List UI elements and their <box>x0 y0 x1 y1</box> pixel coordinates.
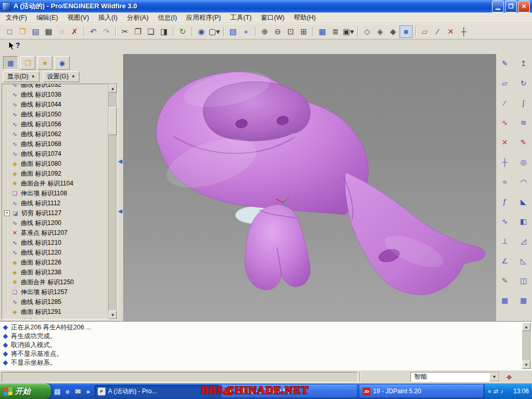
spin-center-button[interactable]: + <box>240 25 252 38</box>
shaded-display-button[interactable]: ■ <box>400 25 413 38</box>
tree-item[interactable]: + ∿ 曲线 标识1068 <box>3 139 109 149</box>
datum-curve-tool[interactable]: ∿ <box>498 116 512 129</box>
chevron-down-icon[interactable]: ▼ <box>489 373 499 381</box>
scroll-up-icon[interactable]: ▲ <box>109 84 117 92</box>
task-proe[interactable]: P A (活动的) - Pro... <box>95 385 219 397</box>
menu-item[interactable]: 编辑(E) <box>32 12 63 23</box>
new-file-button[interactable]: □ <box>3 25 16 38</box>
copy-button[interactable]: ❐ <box>131 25 144 38</box>
print-button[interactable]: ▦ <box>42 25 55 38</box>
start-button[interactable]: 开始 <box>0 383 51 399</box>
restore-button[interactable]: ❐ <box>505 1 517 12</box>
refit-button[interactable]: ⊡ <box>284 25 297 38</box>
expand-icon[interactable]: + <box>4 210 10 216</box>
regenerate-button[interactable]: ↻ <box>176 25 189 38</box>
open-file-button[interactable]: ❒ <box>16 25 29 38</box>
zoom-out-button[interactable]: ⊖ <box>271 25 284 38</box>
sketch-tool[interactable]: ✎ <box>498 57 512 70</box>
model-3d[interactable] <box>123 54 496 321</box>
close-button[interactable]: ✕ <box>518 1 530 12</box>
datum-axis-tool[interactable]: ∕ <box>498 97 512 109</box>
scroll-down-icon[interactable]: ▼ <box>109 311 117 319</box>
tree-item[interactable]: + ∿ 曲线 标识1032 <box>3 84 109 90</box>
undo-button[interactable]: ↶ <box>87 25 100 38</box>
menu-item[interactable]: 工具(T) <box>225 12 256 23</box>
datum-point-tool[interactable]: ✕ <box>498 136 512 149</box>
scroll-up-icon[interactable]: ▲ <box>522 323 530 331</box>
view-manager-button[interactable]: ▦ <box>316 25 329 38</box>
tree-item[interactable]: + ∿ 曲线 标识1112 <box>3 198 109 208</box>
tree-item[interactable]: + ◪ 切剪 标识1127 <box>3 208 109 218</box>
coordinate-system-tool[interactable]: ┼ <box>498 156 512 168</box>
shell-tool[interactable]: ◧ <box>517 215 530 228</box>
volume-icon[interactable]: ♪ <box>500 388 503 395</box>
layer-manager-button[interactable]: ≣ <box>329 25 342 38</box>
rib-tool[interactable]: ◺ <box>517 255 530 267</box>
datum-axis-toggle[interactable]: ∕ <box>431 25 444 38</box>
datum-point-toggle[interactable]: ✕ <box>444 25 457 38</box>
draft-tool[interactable]: ◿ <box>517 235 530 247</box>
style-tool[interactable]: ✎ <box>517 136 530 149</box>
menu-item[interactable]: 应用程序(P) <box>182 12 226 23</box>
menu-item[interactable]: 文件(F) <box>1 12 32 23</box>
tree-item[interactable]: + ◈ 曲面 标识1238 <box>3 268 109 277</box>
tray-collapse-icon[interactable]: « <box>488 388 491 395</box>
scroll-down-icon[interactable]: ▼ <box>522 361 530 369</box>
tree-item[interactable]: + ❏ 伸出项 标识1257 <box>3 287 109 297</box>
selection-filter-combo[interactable]: 智能 ▼ <box>410 372 500 382</box>
zoom-in-button[interactable]: ⊕ <box>258 25 271 38</box>
minimize-button[interactable]: ▁ <box>492 1 504 12</box>
menu-item[interactable]: 信息(I) <box>153 12 182 23</box>
graphics-area[interactable] <box>123 54 496 321</box>
select-filter-button[interactable]: ▢▾ <box>208 25 221 38</box>
round-tool[interactable]: ◠ <box>517 176 530 188</box>
folder-browser-tab[interactable]: ❒ <box>20 56 35 70</box>
menu-item[interactable]: 视图(V) <box>63 12 94 23</box>
model-tree-tab[interactable]: ▦ <box>3 56 18 70</box>
tree-item[interactable]: + ∿ 曲线 标识1210 <box>3 238 109 248</box>
delete-button[interactable]: ✗ <box>68 25 81 38</box>
blend-tool[interactable]: ≋ <box>517 116 530 129</box>
menu-item[interactable]: 窗口(W) <box>256 12 289 23</box>
find-button[interactable]: ◉ <box>195 25 208 38</box>
collapse-left-icon[interactable]: ◀ <box>118 158 122 165</box>
reference-tool[interactable]: ⊥ <box>498 235 512 247</box>
task-jdpaint-19[interactable]: JD 19 - JDPaint 5.20 <box>360 385 483 397</box>
tree-item[interactable]: + ∿ 曲线 标识1044 <box>3 100 109 110</box>
menu-item[interactable]: 插入(I) <box>94 12 122 23</box>
history-tab[interactable]: ◉ <box>55 56 70 70</box>
mail-icon[interactable]: ✉ <box>74 388 83 395</box>
tree-item[interactable]: + ∿ 曲线 标识1220 <box>3 248 109 258</box>
tree-item[interactable]: + ∿ 曲线 标识1200 <box>3 218 109 228</box>
message-scrollbar[interactable]: ▲ ▼ <box>522 323 531 369</box>
tree-item[interactable]: + ∿ 曲线 标识1062 <box>3 129 109 139</box>
cut-button[interactable]: ✂ <box>118 25 131 38</box>
tree-item[interactable]: + ∿ 曲线 标识1038 <box>3 90 109 100</box>
point-array-tool[interactable]: ≈ <box>498 176 512 188</box>
analysis-tool[interactable]: ∠ <box>498 255 512 267</box>
chamfer-tool[interactable]: ◣ <box>517 195 530 208</box>
find-tool-icon[interactable]: ❖ <box>503 373 515 382</box>
quicklaunch-overflow-icon[interactable]: » <box>84 388 92 395</box>
repaint-button[interactable]: ▧ <box>227 25 240 38</box>
tree-item[interactable]: + ✕ 基准点 标识1325 <box>3 317 109 320</box>
no-hidden-display-button[interactable]: ◆ <box>387 25 400 38</box>
settings-dropdown-button[interactable]: 设置(G) ▼ <box>43 71 79 82</box>
save-button[interactable]: ▤ <box>29 25 42 38</box>
graph-tool[interactable]: ∿ <box>498 215 512 228</box>
tree-item[interactable]: + ◈ 曲面 标识1226 <box>3 258 109 268</box>
tree-item[interactable]: + ∿ 曲线 标识1074 <box>3 149 109 159</box>
tree-item[interactable]: + ∿ 曲线 标识1050 <box>3 110 109 119</box>
tree-item[interactable]: + ∿ 曲线 标识1056 <box>3 119 109 129</box>
collapse-left-icon[interactable]: ◀ <box>118 208 122 215</box>
saved-views-button[interactable]: ▣▾ <box>342 25 355 38</box>
tree-scrollbar[interactable]: ▲ ▼ <box>108 84 117 319</box>
hidden-line-display-button[interactable]: ◈ <box>374 25 387 38</box>
curve-from-equation-tool[interactable]: ƒ <box>498 195 512 208</box>
extrude-tool[interactable]: ↥ <box>517 57 530 70</box>
network-icon[interactable]: ⇄ <box>494 388 498 395</box>
pattern-tool[interactable]: ▦ <box>517 294 530 307</box>
tree-item[interactable]: + ◈ 曲面 标识1080 <box>3 159 109 169</box>
menu-item[interactable]: 分析(A) <box>122 12 153 23</box>
revolve-tool[interactable]: ↻ <box>517 77 530 89</box>
